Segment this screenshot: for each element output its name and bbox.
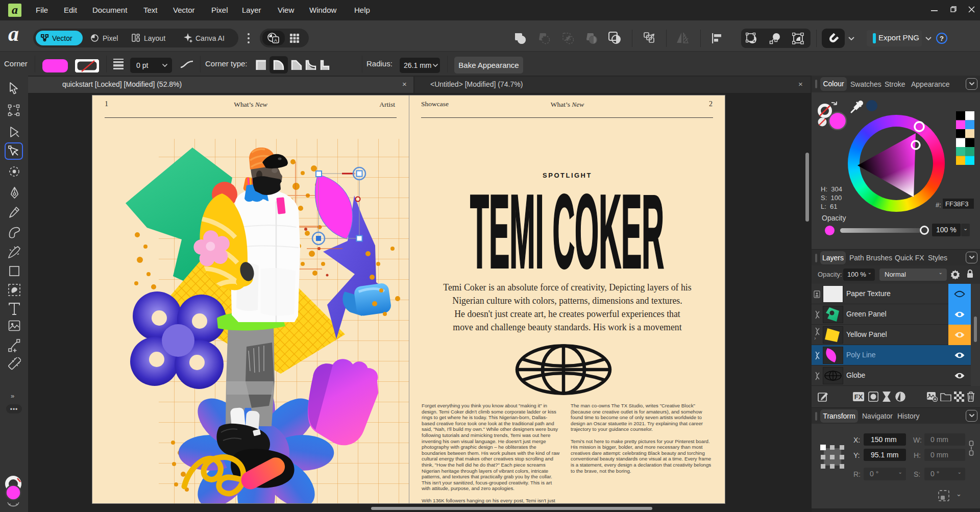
svg-text:A: A [274,38,277,43]
svg-text:TEMI COKER: TEMI COKER [470,173,664,289]
svg-text:FX: FX [854,393,863,401]
